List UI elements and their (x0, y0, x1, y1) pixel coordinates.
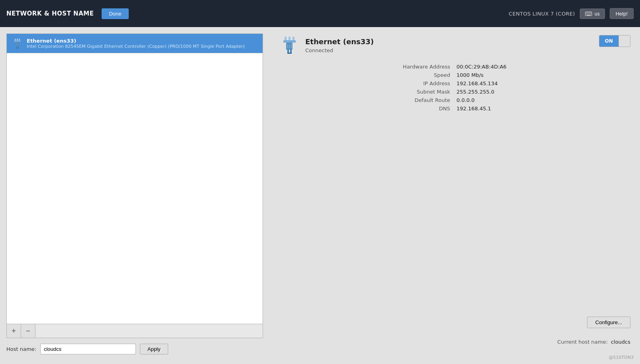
done-button[interactable]: Done (102, 8, 128, 19)
hardware-address-value: 00:0C:29:AB:4D:A6 (457, 64, 630, 70)
main-content: Ethernet (ens33) Intel Corporation 82545… (0, 27, 640, 364)
device-status: Connected (305, 47, 374, 53)
ethernet-icon (12, 38, 23, 49)
svg-rect-1 (586, 12, 587, 13)
ip-address-label: IP Address (279, 80, 450, 86)
device-toggle[interactable]: ON (599, 35, 630, 47)
svg-rect-23 (283, 40, 296, 43)
apply-button[interactable]: Apply (140, 344, 168, 354)
svg-rect-16 (16, 42, 19, 46)
hostname-label: Host name: (6, 346, 36, 352)
svg-rect-17 (16, 46, 17, 48)
svg-rect-21 (289, 37, 291, 41)
svg-rect-11 (587, 14, 591, 15)
toggle-container: ON (599, 35, 630, 47)
network-list-container: Ethernet (ens33) Intel Corporation 82545… (6, 33, 263, 338)
current-hostname-label: Current host name: (557, 339, 607, 345)
svg-rect-8 (588, 14, 589, 14)
network-item-text: Ethernet (ens33) Intel Corporation 82545… (27, 38, 245, 49)
page-title: NETWORK & HOST NAME (6, 10, 94, 17)
device-header: Ethernet (ens33) Connected ON (279, 35, 630, 56)
device-ethernet-icon (279, 35, 300, 56)
network-item-name: Ethernet (ens33) (27, 38, 245, 44)
svg-rect-25 (287, 50, 289, 53)
hostname-row: Host name: Apply (6, 338, 263, 358)
footer-watermark: @510TON3 (609, 355, 634, 360)
header: NETWORK & HOST NAME Done CENTOS LINUX 7 … (0, 0, 640, 27)
svg-rect-5 (591, 12, 591, 13)
network-list-item[interactable]: Ethernet (ens33) Intel Corporation 82545… (7, 34, 263, 53)
toggle-on-label[interactable]: ON (599, 35, 618, 47)
subnet-mask-label: Subnet Mask (279, 89, 450, 95)
speed-label: Speed (279, 72, 450, 78)
current-hostname-value: cloudcs (611, 339, 630, 345)
device-name: Ethernet (ens33) (305, 37, 374, 46)
configure-button[interactable]: Configure... (587, 317, 630, 328)
add-network-button[interactable]: + (7, 324, 21, 338)
speed-value: 1000 Mb/s (457, 72, 630, 78)
svg-rect-6 (586, 14, 587, 14)
network-list: Ethernet (ens33) Intel Corporation 82545… (7, 34, 263, 324)
svg-rect-2 (587, 12, 588, 13)
svg-rect-27 (287, 53, 292, 54)
default-route-value: 0.0.0.0 (457, 97, 630, 103)
svg-rect-9 (589, 14, 590, 14)
list-controls: + − (7, 324, 263, 338)
keyboard-icon (585, 11, 592, 16)
help-button[interactable]: Help! (610, 8, 634, 19)
svg-rect-19 (16, 48, 19, 49)
svg-rect-15 (14, 41, 21, 42)
network-details: Hardware Address 00:0C:29:AB:4D:A6 Speed… (279, 64, 630, 112)
default-route-label: Default Route (279, 97, 450, 103)
keyboard-button[interactable]: us (580, 8, 605, 19)
subnet-mask-value: 255.255.255.0 (457, 89, 630, 95)
svg-rect-20 (285, 37, 287, 41)
os-label: CENTOS LINUX 7 (CORE) (509, 11, 575, 17)
current-hostname-row: Current host name: cloudcs (557, 339, 630, 345)
left-panel: Ethernet (ens33) Intel Corporation 82545… (0, 27, 269, 364)
svg-rect-10 (591, 14, 591, 14)
dns-value: 192.168.45.1 (457, 106, 630, 112)
ip-address-value: 192.168.45.134 (457, 80, 630, 86)
dns-label: DNS (279, 106, 450, 112)
keyboard-locale: us (595, 11, 600, 16)
device-name-status: Ethernet (ens33) Connected (305, 37, 374, 53)
toggle-off-area[interactable] (618, 35, 630, 47)
svg-rect-18 (18, 46, 19, 48)
svg-rect-3 (588, 12, 589, 13)
svg-rect-26 (290, 50, 292, 53)
network-item-desc: Intel Corporation 82545EM Gigabit Ethern… (27, 44, 245, 49)
device-info-left: Ethernet (ens33) Connected (279, 35, 374, 56)
svg-rect-7 (587, 14, 588, 14)
hostname-input[interactable] (40, 344, 136, 354)
header-right: CENTOS LINUX 7 (CORE) us Help! (509, 8, 634, 19)
svg-rect-4 (589, 12, 590, 13)
svg-rect-22 (293, 37, 294, 41)
remove-network-button[interactable]: − (21, 324, 35, 338)
hardware-address-label: Hardware Address (279, 64, 450, 70)
right-panel: Ethernet (ens33) Connected ON Hardware A… (269, 27, 640, 364)
